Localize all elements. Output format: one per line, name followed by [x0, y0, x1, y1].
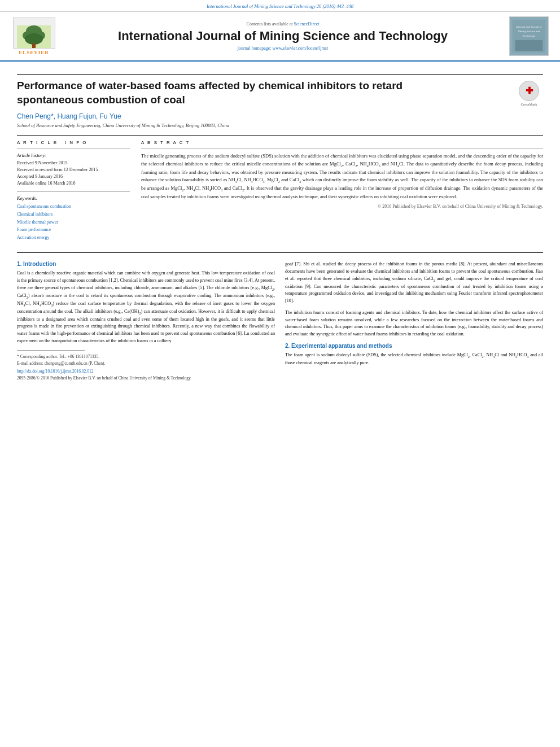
body-right-col: goaf [7]. Shi et al. studied the decay p… — [285, 261, 543, 380]
journal-banner: ELSEVIER Contents lists available at Sci… — [0, 12, 560, 62]
article-title: Performance of water-based foams affecte… — [17, 79, 504, 107]
abstract-text: The micelle generating process of the so… — [141, 152, 543, 200]
history-block: Article history: Received 9 November 201… — [17, 152, 130, 187]
journal-ref: International Journal of Mining Science … — [207, 3, 353, 9]
journal-center: Contents lists available at ScienceDirec… — [62, 21, 504, 51]
article-info-col: A R T I C L E I N F O Article history: R… — [17, 140, 130, 246]
info-abstract-section: A R T I C L E I N F O Article history: R… — [17, 140, 543, 246]
received-date: Received 9 November 2015 — [17, 160, 130, 167]
keyword-4: Foam performance — [17, 226, 130, 234]
right-para-1: goaf [7]. Shi et al. studied the decay p… — [285, 261, 543, 304]
top-divider — [17, 74, 543, 75]
elsevier-logo: ELSEVIER — [11, 18, 56, 55]
abstract-label: A B S T R A C T — [141, 140, 543, 145]
footer-copyright: 2095-2686/© 2016 Published by Elsevier B… — [17, 375, 275, 381]
body-section: 1. Introduction Coal is a chemically rea… — [17, 261, 543, 380]
crossmark-label: CrossMark — [521, 102, 537, 106]
keyword-1: Coal spontaneous combustion — [17, 203, 130, 211]
affiliation: School of Resource and Safety Engineerin… — [17, 123, 543, 128]
right-para-2: The inhibition foams consist of foaming … — [285, 309, 543, 338]
elsevier-wordmark: ELSEVIER — [19, 50, 49, 55]
corresponding-note: * Corresponding author. Tel.: +86 136110… — [17, 353, 275, 360]
journal-thumb-svg: International Journal of Mining Science … — [510, 16, 548, 56]
svg-point-4 — [25, 33, 43, 45]
crossmark-badge: ✚ CrossMark — [515, 79, 543, 107]
doi-link[interactable]: http://dx.doi.org/10.1016/j.ijmst.2016.0… — [17, 369, 275, 374]
article-content: Performance of water-based foams affecte… — [0, 62, 560, 392]
body-left-col: 1. Introduction Coal is a chemically rea… — [17, 261, 275, 380]
body-divider — [17, 252, 543, 253]
homepage-text: journal homepage: www.elsevier.com/locat… — [238, 46, 328, 51]
title-area: Performance of water-based foams affecte… — [17, 79, 543, 107]
elsevier-tree-svg — [17, 25, 51, 48]
abstract-col: A B S T R A C T The micelle generating p… — [141, 140, 543, 246]
elsevier-image — [13, 18, 55, 49]
page: International Journal of Mining Science … — [0, 0, 560, 747]
journal-title-banner: International Journal of Mining Science … — [62, 29, 504, 43]
history-label: Article history: — [17, 152, 130, 158]
available-date: Available online 16 March 2016 — [17, 180, 130, 187]
intro-paragraph-1: Coal is a chemically reactive organic ma… — [17, 270, 275, 344]
svg-text:Technology: Technology — [523, 34, 536, 37]
crossmark-icon: ✚ — [519, 81, 539, 101]
footnote-divider — [17, 350, 85, 351]
journal-homepage: journal homepage: www.elsevier.com/locat… — [62, 46, 504, 51]
email-note: E-mail address: chenpeng@cumtb.edu.cn (P… — [17, 360, 275, 366]
keywords-block: Keywords: Coal spontaneous combustion Ch… — [17, 195, 130, 241]
journal-header: International Journal of Mining Science … — [0, 0, 560, 12]
svg-text:Mining Science and: Mining Science and — [518, 30, 540, 33]
keyword-3: Micelle thermal power — [17, 219, 130, 226]
sciencedirect-link[interactable]: ScienceDirect — [294, 21, 320, 27]
keywords-list: Coal spontaneous combustion Chemical inh… — [17, 203, 130, 241]
keywords-label: Keywords: — [17, 195, 130, 201]
experimental-text: The foam agent is sodium dodecyl sulfate… — [285, 352, 543, 367]
contents-line: Contents lists available at ScienceDirec… — [62, 21, 504, 27]
accepted-date: Accepted 9 January 2016 — [17, 173, 130, 180]
contents-text: Contents lists available at — [247, 21, 293, 27]
authors: Chen Peng*, Huang Fujun, Fu Yue — [17, 112, 543, 120]
article-info-label: A R T I C L E I N F O — [17, 140, 130, 145]
after-affiliation-divider — [17, 135, 543, 136]
keyword-2: Chemical inhibitors — [17, 211, 130, 219]
svg-rect-5 — [32, 43, 36, 48]
copyright-line: © 2016 Published by Elsevier B.V. on beh… — [141, 204, 543, 209]
svg-rect-11 — [515, 40, 543, 51]
experimental-heading: 2. Experimental apparatus and methods — [285, 343, 543, 349]
keyword-5: Activation energy — [17, 234, 130, 242]
intro-heading: 1. Introduction — [17, 261, 275, 267]
received-revised-date: Received in revised form 12 December 201… — [17, 167, 130, 173]
svg-text:International Journal of: International Journal of — [516, 25, 542, 28]
journal-thumbnail: International Journal of Mining Science … — [509, 16, 549, 56]
